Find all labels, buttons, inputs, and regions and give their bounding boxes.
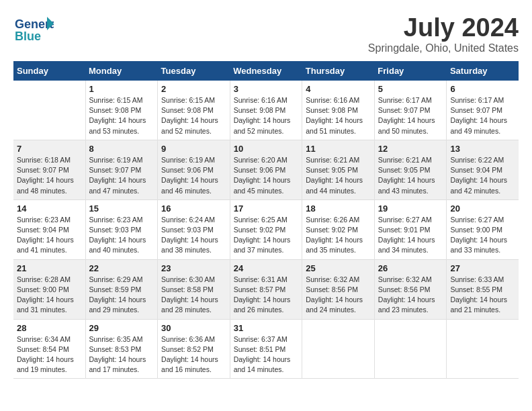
day-number: 20 (450, 203, 515, 214)
day-number: 27 (450, 263, 515, 273)
cell-content: Sunrise: 6:22 AM Sunset: 9:04 PM Dayligh… (450, 155, 515, 196)
day-number: 15 (89, 203, 154, 214)
header-tuesday: Tuesday (158, 61, 230, 81)
calendar-cell: 31Sunrise: 6:37 AM Sunset: 8:51 PM Dayli… (230, 319, 302, 379)
day-number: 12 (378, 144, 443, 154)
calendar-cell: 25Sunrise: 6:32 AM Sunset: 8:56 PM Dayli… (302, 259, 375, 319)
day-number: 13 (450, 144, 515, 154)
calendar-cell (374, 319, 447, 379)
page-title: July 2024 (368, 13, 519, 42)
calendar-cell: 1Sunrise: 6:15 AM Sunset: 9:08 PM Daylig… (85, 81, 158, 140)
calendar-cell: 22Sunrise: 6:29 AM Sunset: 8:59 PM Dayli… (85, 259, 158, 319)
cell-content: Sunrise: 6:26 AM Sunset: 9:02 PM Dayligh… (306, 215, 371, 256)
calendar-cell (447, 319, 519, 379)
cell-content: Sunrise: 6:18 AM Sunset: 9:07 PM Dayligh… (17, 155, 82, 196)
week-row-3: 14Sunrise: 6:23 AM Sunset: 9:04 PM Dayli… (13, 199, 519, 259)
calendar-cell: 17Sunrise: 6:25 AM Sunset: 9:02 PM Dayli… (230, 199, 302, 259)
week-row-1: 1Sunrise: 6:15 AM Sunset: 9:08 PM Daylig… (13, 81, 519, 140)
svg-text:Blue: Blue (15, 30, 41, 43)
calendar-cell: 26Sunrise: 6:32 AM Sunset: 8:56 PM Dayli… (374, 259, 447, 319)
day-number: 14 (17, 203, 82, 214)
calendar-cell (302, 319, 375, 379)
cell-content: Sunrise: 6:27 AM Sunset: 9:00 PM Dayligh… (450, 215, 515, 256)
calendar-cell: 28Sunrise: 6:34 AM Sunset: 8:54 PM Dayli… (13, 319, 85, 379)
day-number: 22 (89, 263, 154, 273)
header-wednesday: Wednesday (230, 61, 302, 81)
calendar-cell: 19Sunrise: 6:27 AM Sunset: 9:01 PM Dayli… (374, 199, 447, 259)
week-row-4: 21Sunrise: 6:28 AM Sunset: 9:00 PM Dayli… (13, 259, 519, 319)
cell-content: Sunrise: 6:21 AM Sunset: 9:05 PM Dayligh… (378, 155, 443, 196)
calendar-cell: 29Sunrise: 6:35 AM Sunset: 8:53 PM Dayli… (85, 319, 158, 379)
day-number: 7 (17, 144, 82, 154)
calendar-body: 1Sunrise: 6:15 AM Sunset: 9:08 PM Daylig… (13, 81, 519, 379)
calendar-cell: 20Sunrise: 6:27 AM Sunset: 9:00 PM Dayli… (447, 199, 519, 259)
cell-content: Sunrise: 6:17 AM Sunset: 9:07 PM Dayligh… (378, 95, 443, 136)
day-number: 5 (378, 84, 443, 94)
cell-content: Sunrise: 6:17 AM Sunset: 9:07 PM Dayligh… (450, 95, 515, 136)
cell-content: Sunrise: 6:37 AM Sunset: 8:51 PM Dayligh… (234, 334, 299, 375)
calendar-header: SundayMondayTuesdayWednesdayThursdayFrid… (13, 61, 519, 81)
day-number: 9 (161, 144, 226, 154)
day-number: 11 (306, 144, 371, 154)
calendar-cell: 27Sunrise: 6:33 AM Sunset: 8:55 PM Dayli… (447, 259, 519, 319)
header-sunday: Sunday (13, 61, 85, 81)
calendar-cell: 6Sunrise: 6:17 AM Sunset: 9:07 PM Daylig… (447, 81, 519, 140)
cell-content: Sunrise: 6:34 AM Sunset: 8:54 PM Dayligh… (17, 334, 82, 375)
cell-content: Sunrise: 6:36 AM Sunset: 8:52 PM Dayligh… (161, 334, 226, 375)
cell-content: Sunrise: 6:30 AM Sunset: 8:58 PM Dayligh… (161, 275, 226, 316)
calendar-cell: 2Sunrise: 6:15 AM Sunset: 9:08 PM Daylig… (158, 81, 230, 140)
title-block: July 2024 Springdale, Ohio, United State… (368, 13, 519, 54)
calendar-cell: 8Sunrise: 6:19 AM Sunset: 9:07 PM Daylig… (85, 140, 158, 199)
week-row-2: 7Sunrise: 6:18 AM Sunset: 9:07 PM Daylig… (13, 140, 519, 199)
day-number: 2 (161, 84, 226, 94)
header-monday: Monday (85, 61, 158, 81)
calendar-cell: 23Sunrise: 6:30 AM Sunset: 8:58 PM Dayli… (158, 259, 230, 319)
header-saturday: Saturday (447, 61, 519, 81)
page-header: General Blue July 2024 Springdale, Ohio,… (13, 13, 519, 54)
day-number: 3 (234, 84, 299, 94)
cell-content: Sunrise: 6:15 AM Sunset: 9:08 PM Dayligh… (89, 95, 154, 136)
calendar-cell: 11Sunrise: 6:21 AM Sunset: 9:05 PM Dayli… (302, 140, 375, 199)
day-number: 4 (306, 84, 371, 94)
cell-content: Sunrise: 6:35 AM Sunset: 8:53 PM Dayligh… (89, 334, 154, 375)
day-number: 8 (89, 144, 154, 154)
calendar-cell: 18Sunrise: 6:26 AM Sunset: 9:02 PM Dayli… (302, 199, 375, 259)
calendar-cell: 24Sunrise: 6:31 AM Sunset: 8:57 PM Dayli… (230, 259, 302, 319)
calendar-cell: 13Sunrise: 6:22 AM Sunset: 9:04 PM Dayli… (447, 140, 519, 199)
calendar-cell: 4Sunrise: 6:16 AM Sunset: 9:08 PM Daylig… (302, 81, 375, 140)
calendar-cell: 14Sunrise: 6:23 AM Sunset: 9:04 PM Dayli… (13, 199, 85, 259)
cell-content: Sunrise: 6:19 AM Sunset: 9:06 PM Dayligh… (161, 155, 226, 196)
calendar-cell: 15Sunrise: 6:23 AM Sunset: 9:03 PM Dayli… (85, 199, 158, 259)
cell-content: Sunrise: 6:29 AM Sunset: 8:59 PM Dayligh… (89, 275, 154, 316)
day-number: 26 (378, 263, 443, 273)
day-number: 19 (378, 203, 443, 214)
calendar-cell: 5Sunrise: 6:17 AM Sunset: 9:07 PM Daylig… (374, 81, 447, 140)
cell-content: Sunrise: 6:32 AM Sunset: 8:56 PM Dayligh… (306, 275, 371, 316)
cell-content: Sunrise: 6:33 AM Sunset: 8:55 PM Dayligh… (450, 275, 515, 316)
header-thursday: Thursday (302, 61, 375, 81)
logo: General Blue (13, 13, 54, 50)
day-number: 24 (234, 263, 299, 273)
calendar-table: SundayMondayTuesdayWednesdayThursdayFrid… (13, 61, 519, 379)
day-number: 6 (450, 84, 515, 94)
cell-content: Sunrise: 6:31 AM Sunset: 8:57 PM Dayligh… (234, 275, 299, 316)
header-row: SundayMondayTuesdayWednesdayThursdayFrid… (13, 61, 519, 81)
day-number: 29 (89, 323, 154, 333)
calendar-cell: 21Sunrise: 6:28 AM Sunset: 9:00 PM Dayli… (13, 259, 85, 319)
cell-content: Sunrise: 6:19 AM Sunset: 9:07 PM Dayligh… (89, 155, 154, 196)
cell-content: Sunrise: 6:21 AM Sunset: 9:05 PM Dayligh… (306, 155, 371, 196)
cell-content: Sunrise: 6:20 AM Sunset: 9:06 PM Dayligh… (234, 155, 299, 196)
week-row-5: 28Sunrise: 6:34 AM Sunset: 8:54 PM Dayli… (13, 319, 519, 379)
calendar-cell: 16Sunrise: 6:24 AM Sunset: 9:03 PM Dayli… (158, 199, 230, 259)
day-number: 30 (161, 323, 226, 333)
day-number: 16 (161, 203, 226, 214)
day-number: 17 (234, 203, 299, 214)
cell-content: Sunrise: 6:25 AM Sunset: 9:02 PM Dayligh… (234, 215, 299, 256)
day-number: 1 (89, 84, 154, 94)
day-number: 10 (234, 144, 299, 154)
cell-content: Sunrise: 6:16 AM Sunset: 9:08 PM Dayligh… (306, 95, 371, 136)
calendar-cell (13, 81, 85, 140)
cell-content: Sunrise: 6:16 AM Sunset: 9:08 PM Dayligh… (234, 95, 299, 136)
cell-content: Sunrise: 6:23 AM Sunset: 9:04 PM Dayligh… (17, 215, 82, 256)
page-subtitle: Springdale, Ohio, United States (368, 42, 519, 54)
